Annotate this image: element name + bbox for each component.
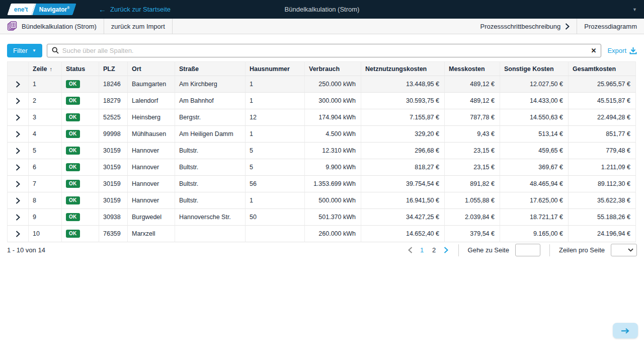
chevron-right-icon (16, 114, 20, 121)
search-input[interactable] (62, 47, 588, 54)
table-row[interactable]: 8 OK 30159 Hannover Bultstr. 1 500.000 k… (8, 192, 636, 209)
rows-per-page-label: Zeilen pro Seite (559, 246, 605, 254)
chevron-right-icon (16, 231, 20, 237)
table-row[interactable]: 3 OK 52525 Heinsberg Bergstr. 12 174.904… (8, 109, 636, 126)
rows-per-page-select[interactable] (611, 244, 637, 256)
next-step-button[interactable] (613, 323, 638, 338)
cell-gesamtkosten: 25.965,57 € (569, 76, 636, 93)
cell-hausnummer: 12 (246, 109, 305, 126)
back-to-import-link[interactable]: zurück zum Import (111, 19, 165, 34)
expand-row-button[interactable] (8, 126, 29, 143)
cell-gesamtkosten: 851,77 € (569, 126, 636, 143)
goto-page-input[interactable] (515, 244, 540, 256)
expand-row-button[interactable] (8, 76, 29, 93)
header-expand (8, 62, 29, 76)
table-row[interactable]: 4 OK 99998 Mühlhausen Am Heiligen Damm 1… (8, 126, 636, 143)
chevron-down-icon[interactable]: ▼ (632, 7, 637, 12)
process-diagram-link[interactable]: Prozessdiagramm (584, 19, 637, 34)
cell-hausnummer: 1 (246, 76, 305, 93)
cell-sonstige-kosten: 513,14 € (500, 126, 569, 143)
cell-gesamtkosten: 24.196,94 € (569, 226, 636, 242)
chevron-right-icon (16, 181, 20, 187)
chevron-right-icon (16, 131, 20, 137)
stacked-documents-icon (7, 21, 17, 31)
cell-gesamtkosten: 779,48 € (569, 143, 636, 159)
header-gesamtkosten[interactable]: Gesamtkosten (569, 62, 636, 76)
table-row[interactable]: 6 OK 30159 Hannover Bultstr. 5 9.900 kWh… (8, 159, 636, 176)
header-verbrauch[interactable]: Verbrauch (305, 62, 361, 76)
expand-row-button[interactable] (8, 93, 29, 109)
status-badge: OK (66, 97, 80, 105)
header-hausnummer[interactable]: Hausnummer (246, 62, 305, 76)
table-row[interactable]: 2 OK 18279 Lalendorf Am Bahnhof 1 300.00… (8, 93, 636, 109)
expand-row-button[interactable] (8, 192, 29, 209)
header-strasse[interactable]: Straße (175, 62, 246, 76)
cell-gesamtkosten: 1.211,09 € (569, 159, 636, 176)
cell-status: OK (62, 93, 99, 109)
previous-page-button[interactable] (407, 247, 414, 253)
process-diagram-label: Prozessdiagramm (584, 23, 637, 30)
cell-messkosten: 9,43 € (445, 126, 500, 143)
header-status[interactable]: Status (62, 62, 99, 76)
header-sonstige-kosten[interactable]: Sonstige Kosten (500, 62, 569, 76)
cell-ort: Lalendorf (128, 93, 175, 109)
chevron-right-icon (16, 197, 20, 204)
cell-verbrauch: 1.353.699 kWh (305, 176, 361, 192)
cell-verbrauch: 250.000 kWh (305, 76, 361, 93)
header-zeile[interactable]: Zeile ↑ (29, 62, 62, 76)
table-row[interactable]: 9 OK 30938 Burgwedel Hannoversche Str. 5… (8, 209, 636, 226)
header-netznutzungskosten[interactable]: Netznutzungskosten (361, 62, 445, 76)
page-button-1[interactable]: 1 (419, 246, 426, 254)
enet-navigator-logo: ene't Navigator® (7, 4, 76, 15)
cell-status: OK (62, 209, 99, 226)
table-row[interactable]: 7 OK 30159 Hannover Bultstr. 56 1.353.69… (8, 176, 636, 192)
export-button[interactable]: Export (606, 47, 637, 54)
status-badge: OK (66, 213, 80, 221)
cell-plz: 52525 (99, 109, 128, 126)
cell-strasse: Bergstr. (175, 109, 246, 126)
sort-ascending-icon: ↑ (50, 66, 53, 72)
cell-status: OK (62, 176, 99, 192)
expand-row-button[interactable] (8, 109, 29, 126)
cell-strasse: Am Heiligen Damm (175, 126, 246, 143)
cell-messkosten: 787,78 € (445, 109, 500, 126)
cell-sonstige-kosten: 369,67 € (500, 159, 569, 176)
cell-ort: Burgwedel (128, 209, 175, 226)
expand-row-button[interactable] (8, 176, 29, 192)
cell-plz: 30159 (99, 143, 128, 159)
cell-strasse (175, 226, 246, 242)
chevron-right-icon (444, 247, 448, 253)
filter-button[interactable]: Filter ▼ (7, 44, 42, 57)
cell-ort: Baumgarten (128, 76, 175, 93)
chevron-right-icon (16, 81, 20, 88)
cell-sonstige-kosten: 14.550,63 € (500, 109, 569, 126)
cell-plz: 18279 (99, 93, 128, 109)
page-title: Bündelkalkulation (Strom) (285, 6, 360, 13)
header-ort[interactable]: Ort (128, 62, 175, 76)
table-row[interactable]: 5 OK 30159 Hannover Bultstr. 5 12.310 kW… (8, 143, 636, 159)
table-row[interactable]: 10 OK 76359 Marxzell 260.000 kWh 14.652,… (8, 226, 636, 242)
cell-netznutzungskosten: 296,68 € (361, 143, 445, 159)
search-field[interactable]: ✕ (47, 44, 602, 57)
cell-netznutzungskosten: 39.754,54 € (361, 176, 445, 192)
header-messkosten[interactable]: Messkosten (445, 62, 500, 76)
chevron-right-icon (565, 23, 570, 30)
next-page-button[interactable] (443, 247, 449, 253)
page-button-2[interactable]: 2 (431, 246, 438, 254)
chevron-right-icon (16, 98, 20, 104)
expand-row-button[interactable] (8, 159, 29, 176)
cell-plz: 30159 (99, 176, 128, 192)
cell-messkosten: 1.055,88 € (445, 192, 500, 209)
clear-search-icon[interactable]: ✕ (591, 47, 597, 54)
back-to-home-link[interactable]: ← Zurück zur Startseite (99, 6, 171, 13)
header-plz[interactable]: PLZ (99, 62, 128, 76)
cell-netznutzungskosten: 16.941,50 € (361, 192, 445, 209)
table-row[interactable]: 1 OK 18246 Baumgarten Am Kirchberg 1 250… (8, 76, 636, 93)
cell-messkosten: 23,15 € (445, 159, 500, 176)
table-toolbar: Filter ▼ ✕ Export (7, 43, 637, 57)
arrow-right-icon (621, 328, 630, 334)
expand-row-button[interactable] (8, 143, 29, 159)
process-step-description-link[interactable]: Prozessschrittbeschreibung (480, 19, 570, 34)
expand-row-button[interactable] (8, 209, 29, 226)
expand-row-button[interactable] (8, 226, 29, 242)
